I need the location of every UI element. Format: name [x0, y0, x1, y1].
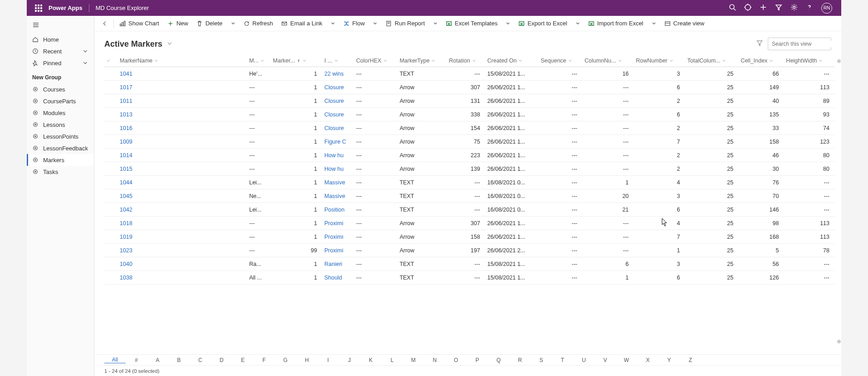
- col-header[interactable]: MarkerName: [118, 55, 247, 67]
- table-row[interactable]: 1040Ra...1Ranieri ---TEXT---15/08/2021 1…: [104, 257, 835, 271]
- alpha-G[interactable]: G: [275, 357, 296, 363]
- table-row[interactable]: 1045Ne...1Massive---TEXT---16/08/2021 0.…: [104, 189, 835, 203]
- filter-icon[interactable]: [756, 39, 763, 48]
- cell-link[interactable]: How hu: [322, 149, 354, 162]
- flow-split[interactable]: [369, 19, 381, 28]
- col-header[interactable]: RowNumber: [634, 55, 685, 67]
- col-header[interactable]: M...: [247, 55, 271, 67]
- col-header[interactable]: HeightWidth: [784, 55, 835, 67]
- sidebar-item-lessonfeedback[interactable]: LessonFeedback: [27, 142, 94, 154]
- col-header[interactable]: MarkerType: [398, 55, 447, 67]
- nav-home[interactable]: Home: [27, 34, 94, 45]
- alpha-X[interactable]: X: [637, 357, 658, 363]
- cell-name[interactable]: 1042: [118, 203, 247, 217]
- cell-link[interactable]: Ranieri: [322, 257, 354, 271]
- row-checkbox[interactable]: [104, 67, 118, 81]
- col-header[interactable]: Created On: [486, 55, 539, 67]
- cell-name[interactable]: 1019: [118, 230, 247, 244]
- cell-link[interactable]: Proximi: [322, 244, 354, 257]
- row-checkbox[interactable]: [104, 189, 118, 203]
- cell-link[interactable]: Position: [322, 203, 354, 217]
- cell-name[interactable]: 1041: [118, 67, 247, 81]
- cell-link[interactable]: Closure: [322, 81, 354, 94]
- alpha-#[interactable]: #: [126, 357, 147, 363]
- cell-name[interactable]: 1038: [118, 271, 247, 284]
- table-row[interactable]: 1009---1Figure C---Arrow7526/06/2021 1..…: [104, 135, 835, 149]
- table-row[interactable]: 1016---1Closure---Arrow15426/06/2021 1..…: [104, 121, 835, 135]
- nav-pinned[interactable]: Pinned: [27, 57, 94, 69]
- alpha-Z[interactable]: Z: [680, 357, 701, 363]
- alpha-All[interactable]: All: [104, 357, 126, 363]
- alpha-I[interactable]: I: [317, 357, 339, 363]
- sidebar-item-tasks[interactable]: Tasks: [27, 166, 94, 178]
- row-checkbox[interactable]: [104, 135, 118, 149]
- sidebar-item-courses[interactable]: Courses: [27, 83, 94, 95]
- row-checkbox[interactable]: [104, 108, 118, 121]
- cell-link[interactable]: Massive: [322, 189, 354, 203]
- alpha-V[interactable]: V: [595, 357, 616, 363]
- alpha-B[interactable]: B: [168, 357, 190, 363]
- chevron-down-icon[interactable]: [167, 40, 172, 48]
- row-checkbox[interactable]: [104, 257, 118, 271]
- row-checkbox[interactable]: [104, 203, 118, 217]
- alpha-A[interactable]: A: [147, 357, 168, 363]
- alpha-K[interactable]: K: [360, 357, 381, 363]
- row-checkbox[interactable]: [104, 121, 118, 135]
- sidebar-item-courseparts[interactable]: CourseParts: [27, 95, 94, 107]
- cell-name[interactable]: 1016: [118, 121, 247, 135]
- row-checkbox[interactable]: [104, 149, 118, 162]
- alpha-J[interactable]: J: [339, 357, 360, 363]
- report-split[interactable]: [429, 19, 441, 28]
- cell-name[interactable]: 1040: [118, 257, 247, 271]
- import-excel-button[interactable]: Import from Excel: [585, 18, 647, 29]
- delete-split[interactable]: [227, 19, 239, 28]
- col-header[interactable]: Sequence: [539, 55, 583, 67]
- cell-name[interactable]: 1009: [118, 135, 247, 149]
- target-icon[interactable]: [744, 4, 751, 12]
- email-split[interactable]: [327, 19, 339, 28]
- alpha-M[interactable]: M: [403, 357, 424, 363]
- add-icon[interactable]: [760, 4, 767, 12]
- cell-link[interactable]: Proximi: [322, 217, 354, 230]
- back-button[interactable]: [98, 19, 112, 29]
- avatar[interactable]: RN: [821, 3, 832, 14]
- new-button[interactable]: New: [164, 18, 192, 29]
- cell-name[interactable]: 1023: [118, 244, 247, 257]
- cell-name[interactable]: 1017: [118, 81, 247, 94]
- alpha-H[interactable]: H: [296, 357, 317, 363]
- alpha-W[interactable]: W: [616, 357, 637, 363]
- cell-name[interactable]: 1014: [118, 149, 247, 162]
- view-title[interactable]: Active Markers: [104, 39, 162, 49]
- alpha-U[interactable]: U: [573, 357, 595, 363]
- alpha-C[interactable]: C: [190, 357, 211, 363]
- search-input[interactable]: [772, 41, 840, 47]
- alpha-Y[interactable]: Y: [658, 357, 680, 363]
- col-header[interactable]: Rotation: [447, 55, 486, 67]
- table-row[interactable]: 1044Lei...1Massive---TEXT---16/08/2021 0…: [104, 176, 835, 189]
- alpha-S[interactable]: S: [531, 357, 552, 363]
- table-row[interactable]: 1018---1Proximi---Arrow30726/06/2021 1..…: [104, 217, 835, 230]
- sidebar-item-lessonpoints[interactable]: LessonPoints: [27, 130, 94, 142]
- export-split[interactable]: [572, 19, 584, 28]
- help-icon[interactable]: [806, 4, 813, 12]
- cell-link[interactable]: Closure: [322, 108, 354, 121]
- table-row[interactable]: 1023---99Proximi---Arrow19726/06/2021 2.…: [104, 244, 835, 257]
- create-view-button[interactable]: Create view: [661, 18, 708, 29]
- alpha-T[interactable]: T: [552, 357, 573, 363]
- refresh-button[interactable]: Refresh: [240, 18, 277, 29]
- table-row[interactable]: 1041He'...122 wins---TEXT---15/08/2021 1…: [104, 67, 835, 81]
- table-row[interactable]: 1017---1Closure---Arrow30726/06/2021 1..…: [104, 81, 835, 94]
- alpha-D[interactable]: D: [211, 357, 232, 363]
- row-checkbox[interactable]: [104, 94, 118, 108]
- nav-recent[interactable]: Recent: [27, 45, 94, 57]
- alpha-P[interactable]: P: [467, 357, 488, 363]
- table-row[interactable]: 1015---1How hu---Arrow13926/06/2021 1...…: [104, 162, 835, 176]
- alpha-E[interactable]: E: [232, 357, 254, 363]
- col-header[interactable]: ColorHEX: [354, 55, 398, 67]
- alpha-N[interactable]: N: [424, 357, 445, 363]
- cell-link[interactable]: Should: [322, 271, 354, 284]
- run-report-button[interactable]: Run Report: [382, 18, 428, 29]
- cell-link[interactable]: Closure: [322, 121, 354, 135]
- alpha-R[interactable]: R: [509, 357, 531, 363]
- export-excel-button[interactable]: Export to Excel: [515, 18, 571, 29]
